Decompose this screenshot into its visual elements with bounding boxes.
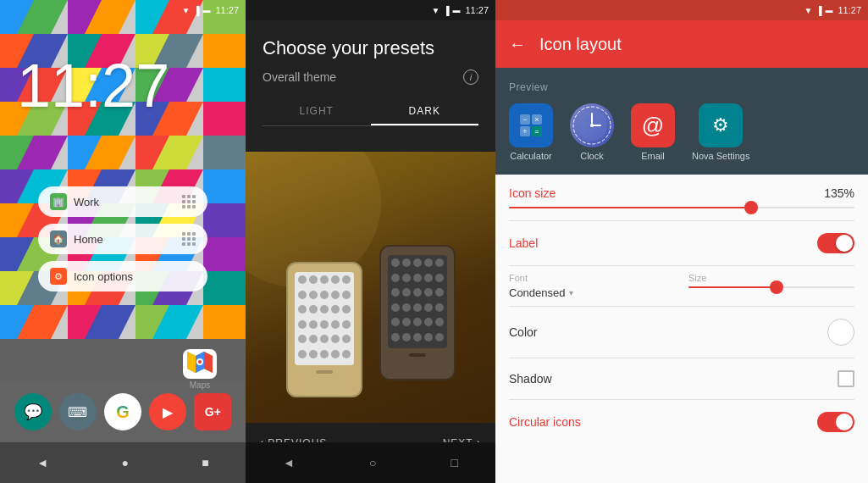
light-phone-home-btn [316,370,333,374]
dark-phone-mockup[interactable] [379,245,456,380]
signal-icon: ▐ [193,6,199,15]
youtube-icon[interactable]: ▶ [149,393,186,430]
presets-nav-bar: ◄ ○ □ [246,442,495,483]
svg-rect-14 [203,34,246,68]
email-icon: @ [631,103,675,147]
overall-theme-label: Overall theme [263,70,336,84]
calculator-label: Calculator [510,151,552,161]
tab-light[interactable]: LIGHT [263,98,371,125]
back-button[interactable]: ← [509,35,526,54]
home-clock: 11:27 [17,51,169,120]
shadow-checkbox[interactable] [838,370,854,387]
svg-rect-49 [203,203,246,237]
iconlayout-toolbar: ← Icon layout [495,20,868,68]
font-dropdown[interactable]: Condensed ▾ [509,286,675,299]
presets-battery-icon: ▬ [452,6,460,14]
home-status-bar: ▼ ▐ ▬ 11:27 [0,0,246,20]
icon-size-label: Icon size [509,186,556,200]
icon-size-slider-thumb[interactable] [744,201,758,214]
label-toggle[interactable] [817,233,854,253]
color-label: Color [509,325,537,339]
keyboard-icon[interactable]: ⌨ [59,393,97,430]
icon-size-slider-fill [509,207,751,208]
presets-title: Choose your presets [263,37,478,59]
icon-size-value: 135% [824,186,854,200]
color-swatch[interactable] [827,319,854,346]
iconlayout-signal-icon: ▐ [815,6,821,15]
shadow-row: Shadow [509,358,854,400]
options-folder-icon: ⚙ [50,268,67,285]
home-nav-back[interactable]: ◄ [36,456,48,469]
work-folder[interactable]: 🏢 Work [38,186,207,217]
iconlayout-battery-icon: ▬ [825,6,832,14]
size-slider-fill [688,286,780,288]
nova-label: Nova Settings [692,151,749,161]
icon-size-slider-track[interactable] [509,207,854,208]
hangouts-icon[interactable]: 💬 [14,393,52,430]
condensed-label: Condensed [509,286,566,299]
iconlayout-time: 11:27 [838,5,861,15]
home-time: 11:27 [215,5,239,15]
dark-phone-home-btn [409,353,426,357]
presets-nav-recent[interactable]: □ [451,456,457,469]
svg-rect-56 [203,237,246,271]
font-size-row: Font Condensed ▾ Size [509,266,854,307]
gplus-icon[interactable]: G+ [194,393,231,430]
light-phone-mockup[interactable] [286,262,362,397]
presets-status-bar: ▼ ▐ ▬ 11:27 [246,0,495,20]
work-folder-label: Work [74,196,175,208]
email-label: Email [641,151,665,161]
maps-icon-img [183,349,217,379]
home-folders: 🏢 Work 🏠 Home ⚙ Icon option [38,186,207,291]
presets-panel: ▼ ▐ ▬ 11:27 Choose your presets Overall … [246,0,495,483]
home-folder-icon: 🏠 [50,230,67,247]
phones-preview-area [246,152,495,423]
presets-overall-row: Overall theme i [263,69,478,85]
iconlayout-wifi-icon: ▼ [804,6,812,15]
iconlayout-body: Preview − × + = Calculator [495,68,868,483]
icon-size-slider-container [509,207,854,208]
dark-phone-screen [388,255,447,348]
battery-icon: ▬ [202,6,210,14]
work-folder-icon: 🏢 [50,193,67,210]
size-slider-thumb[interactable] [770,280,783,294]
work-folder-dots [182,195,196,208]
theme-tabs: LIGHT DARK [263,98,478,126]
svg-rect-21 [203,68,246,102]
circular-toggle[interactable] [817,412,854,432]
presets-nav-home[interactable]: ○ [369,456,376,469]
preview-nova: ⚙ Nova Settings [692,103,749,161]
size-slider-container [688,286,854,288]
label-setting-label: Label [509,236,538,250]
preview-calculator: − × + = Calculator [509,103,553,161]
home-screen-panel: ▼ ▐ ▬ 11:27 11:27 🏢 Work 🏠 Home [0,0,246,483]
home-folder-label: Home [74,233,175,246]
page-title: Icon layout [539,35,622,54]
info-icon[interactable]: i [463,69,478,85]
iconlayout-status-bar: ▼ ▐ ▬ 11:27 [495,0,868,20]
presets-header: Choose your presets Overall theme i LIGH… [246,20,495,152]
wifi-icon: ▼ [181,6,190,15]
size-slider-track[interactable] [688,286,854,288]
icon-options-folder[interactable]: ⚙ Icon options [38,261,207,291]
label-row: Label [509,221,854,266]
home-folder[interactable]: 🏠 Home [38,224,207,254]
svg-marker-75 [204,352,213,373]
svg-point-77 [198,360,202,364]
presets-signal-icon: ▐ [443,6,449,15]
shadow-label: Shadow [509,372,552,386]
presets-nav-back[interactable]: ◄ [283,456,295,469]
preview-section: Preview − × + = Calculator [495,68,868,175]
home-dock: 💬 ⌨ G ▶ G+ [0,381,246,442]
font-col: Font Condensed ▾ [509,273,675,299]
home-nav-bar: ◄ ● ■ [0,442,246,483]
home-folder-dots [182,232,196,246]
svg-rect-35 [203,136,246,169]
google-icon[interactable]: G [104,393,141,430]
preview-clock: Clock [570,103,614,161]
tab-dark[interactable]: DARK [371,98,479,125]
home-nav-recent[interactable]: ■ [202,456,208,469]
color-row: Color [509,307,854,358]
home-nav-home[interactable]: ● [121,456,128,469]
presets-time: 11:27 [465,5,489,15]
